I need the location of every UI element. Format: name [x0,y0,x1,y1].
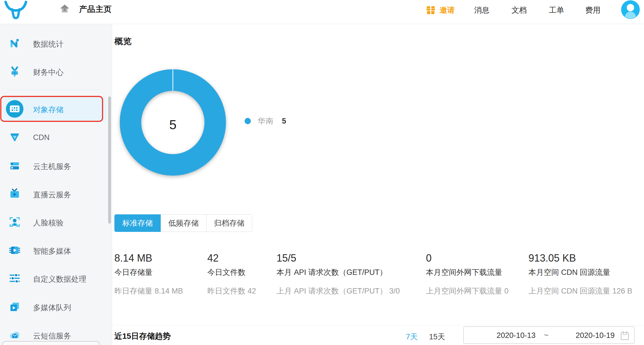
donut-center-value: 5 [145,117,201,132]
sidebar-item-label: 云主机服务 [33,161,71,172]
trend-section-divider [112,325,644,325]
sidebar-item-multimedia-queue[interactable]: 多媒体队列 [0,298,107,315]
data-stats-icon [9,38,20,49]
stat-sub: 上月 API 请求次数（GET/PUT） 3/0 [277,287,423,295]
cloud-host-icon [9,160,20,171]
stat-cdn-back-to-source: 913.05 KB 本月空间 CDN 回源流量 上月空间 CDN 回源流量 12… [528,253,644,295]
sidebar-item-label: 智能多媒体 [33,246,71,256]
storage-type-tabs: 标准存储 低频存储 归档存储 [114,214,252,232]
date-start-input[interactable]: 2020-10-13 [484,331,549,340]
face-verification-icon [9,216,20,228]
stat-api-requests: 15/5 本月 API 请求次数（GET/PUT） 上月 API 请求次数（GE… [277,253,423,295]
tab-standard-storage[interactable]: 标准存储 [114,214,161,232]
nav-invite[interactable]: 邀请 [425,4,455,16]
legend-label: 华南 [258,116,274,126]
sidebar-item-face-verification[interactable]: 人脸核验 [0,214,107,230]
stat-external-download: 0 本月空间外网下载流量 上月空间外网下载流量 0 [426,253,528,295]
sidebar-item-label: 多媒体队列 [33,303,71,313]
sidebar-item-label: 财务中心 [33,67,64,77]
stat-label: 今日文件数 [207,268,275,276]
nav-tickets[interactable]: 工单 [549,5,564,15]
qiniu-logo-icon [4,1,28,20]
tab-low-frequency-storage[interactable]: 低频存储 [160,214,206,232]
sidebar-item-label: 自定义数据处理 [33,274,86,284]
sidebar-item-cdn[interactable]: CDN [0,129,107,146]
sidebar: 数据统计 财务中心 [0,24,112,345]
home-label: 产品主页 [79,4,112,15]
stat-value: 913.05 KB [528,253,644,264]
live-cloud-icon [9,188,20,200]
sidebar-item-label: 数据统计 [33,39,64,49]
sidebar-item-object-storage[interactable]: 对象存储 [0,96,107,121]
stat-label: 本月空间 CDN 回源流量 [528,268,644,276]
cloud-sms-icon [9,329,20,341]
nav-invite-label: 邀请 [440,5,455,15]
stat-label: 本月 API 请求次数（GET/PUT） [277,268,423,276]
sidebar-item-label: 对象存储 [33,105,64,115]
sidebar-item-cloud-host[interactable]: 云主机服务 [0,157,107,174]
sidebar-scrollbar-thumb[interactable] [108,96,111,224]
console-page: 产品主页 邀请 消息 文档 工单 费用 [0,0,644,345]
range-option-15-days[interactable]: 15天 [429,332,445,342]
object-storage-icon [6,100,23,118]
sidebar-item-label: CDN [33,133,50,142]
legend-item-huanan[interactable]: 华南 5 [245,116,286,126]
stat-sub: 上月空间 CDN 回源流量 126 B [528,287,644,295]
gift-icon [425,4,436,17]
stat-label: 本月空间外网下载流量 [426,268,528,276]
nav-messages[interactable]: 消息 [474,5,489,15]
stat-value: 15/5 [277,253,423,264]
stat-value: 0 [426,253,528,264]
sidebar-item-label: 云短信服务 [33,331,71,341]
date-range-separator: ~ [541,331,552,340]
smart-multimedia-icon [9,245,20,256]
sidebar-item-label: 直播云服务 [33,190,71,200]
custom-data-processing-icon [9,273,20,284]
nav-docs[interactable]: 文档 [512,5,527,15]
sidebar-item-custom-data-processing[interactable]: 自定义数据处理 [0,270,107,287]
sidebar-divider [8,90,101,90]
stat-value: 8.14 MB [114,253,205,264]
trend-title: 近15日存储趋势 [114,331,171,342]
home-icon [59,3,70,15]
date-end-input[interactable]: 2020-10-19 [563,331,628,340]
finance-center-icon [9,66,20,77]
page-title: 概览 [114,36,132,47]
stat-today-storage: 8.14 MB 今日存储量 昨日存储量 8.14 MB [114,253,205,295]
legend-value: 5 [282,117,286,126]
product-home-link[interactable]: 产品主页 [59,3,112,15]
sidebar-item-finance-center[interactable]: 财务中心 [0,63,107,80]
stat-value: 42 [207,253,275,264]
bottom-panel-edge [2,341,100,345]
stat-label: 今日存储量 [114,268,205,276]
sidebar-item-smart-multimedia[interactable]: 智能多媒体 [0,242,107,259]
stat-sub: 上月空间外网下载流量 0 [426,287,528,295]
multimedia-queue-icon [9,301,20,312]
user-avatar[interactable] [621,0,640,19]
nav-billing[interactable]: 费用 [585,5,601,15]
stat-sub: 昨日存储量 8.14 MB [114,287,205,295]
legend-dot [245,118,251,124]
calendar-icon[interactable] [621,331,629,342]
range-option-7-days[interactable]: 7天 [406,332,418,342]
top-header: 产品主页 邀请 消息 文档 工单 费用 [0,0,644,24]
tab-archive-storage[interactable]: 归档存储 [206,214,252,232]
date-range-picker[interactable]: 2020-10-13 ~ 2020-10-19 [463,326,635,344]
stat-today-files: 42 今日文件数 昨日文件数 42 [207,253,275,295]
cdn-icon [9,132,20,143]
stat-sub: 昨日文件数 42 [207,287,275,295]
sidebar-item-live-cloud[interactable]: 直播云服务 [0,186,107,202]
sidebar-item-data-stats[interactable]: 数据统计 [0,35,107,52]
sidebar-item-label: 人脸核验 [33,218,64,228]
